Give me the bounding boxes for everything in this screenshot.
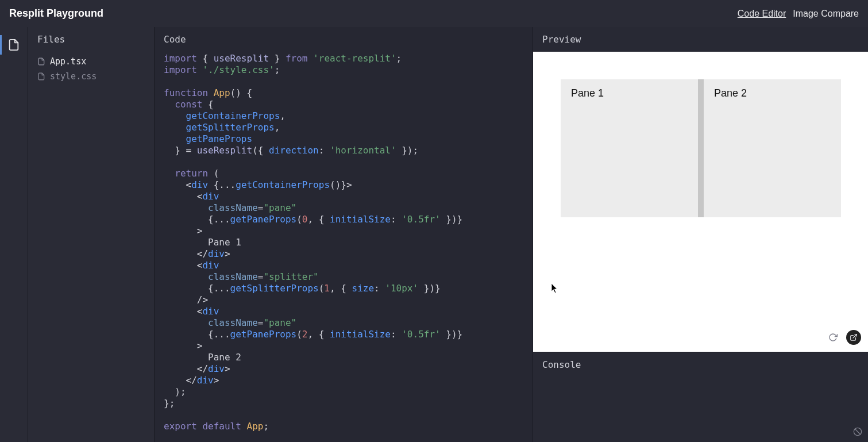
file-icon (7, 39, 20, 51)
main-area: Files App.tsx style.css Code import { us… (0, 27, 868, 442)
svg-line-0 (853, 335, 857, 338)
nav-image-compare[interactable]: Image Compare (793, 9, 859, 19)
header-nav: Code Editor Image Compare (738, 9, 859, 19)
preview-panel: Preview Pane 1 Pane 2 (533, 27, 868, 352)
clear-icon (853, 427, 862, 436)
preview-panel-title: Preview (533, 27, 868, 52)
open-external-button[interactable] (846, 330, 861, 345)
console-panel-title: Console (533, 352, 868, 377)
file-icon (37, 72, 45, 80)
app-header: Resplit Playground Code Editor Image Com… (0, 0, 868, 27)
code-panel-title: Code (155, 27, 533, 52)
splitter-handle[interactable] (698, 79, 704, 217)
file-list: App.tsx style.css (28, 52, 154, 86)
app-title: Resplit Playground (9, 7, 103, 20)
file-explorer: Files App.tsx style.css (28, 27, 155, 442)
refresh-icon (828, 333, 838, 342)
file-name: App.tsx (50, 56, 86, 67)
svg-line-2 (855, 429, 860, 434)
activity-bar (0, 27, 28, 442)
external-link-icon (850, 333, 858, 341)
refresh-button[interactable] (825, 330, 840, 345)
file-item[interactable]: style.css (34, 69, 148, 84)
preview-frame: Pane 1 Pane 2 (533, 52, 868, 352)
nav-code-editor[interactable]: Code Editor (738, 9, 786, 19)
code-panel: Code import { useResplit } from 'react-r… (155, 27, 533, 442)
file-item[interactable]: App.tsx (34, 54, 148, 69)
clear-console-button[interactable] (853, 427, 862, 439)
file-name: style.css (50, 71, 97, 82)
pane-1: Pane 1 (561, 79, 698, 217)
file-explorer-title: Files (28, 27, 154, 52)
console-panel: Console (533, 352, 868, 442)
pane-2: Pane 2 (704, 79, 841, 217)
files-tab-button[interactable] (0, 33, 28, 57)
code-editor[interactable]: import { useResplit } from 'react-respli… (155, 52, 533, 442)
preview-controls (825, 330, 861, 345)
file-icon (37, 57, 45, 66)
right-panel: Preview Pane 1 Pane 2 Console (533, 27, 868, 442)
resplit-container: Pane 1 Pane 2 (561, 79, 841, 217)
